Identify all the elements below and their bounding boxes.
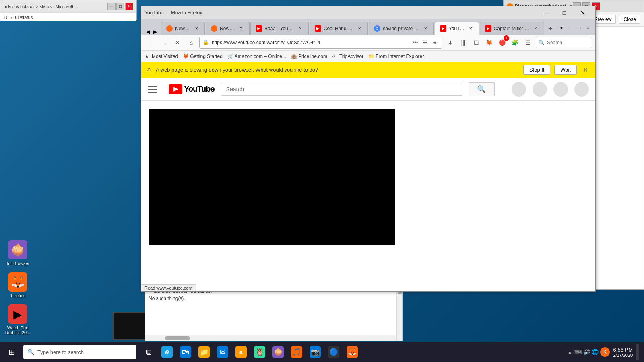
desktop-icon-watch[interactable]: ▶ Watch The Red Pill 20... (3, 303, 32, 337)
tab-scroll-left[interactable]: ◀ (144, 29, 151, 35)
firefox-account-btn[interactable]: 🦊 (483, 37, 495, 48)
blogger-close-btn2[interactable]: Close (619, 15, 640, 24)
reader-mode-btn[interactable]: ☰ (421, 39, 429, 47)
blogger-hscrollbar[interactable] (145, 335, 396, 341)
toolbar-addon-btn[interactable]: 🧩 (509, 37, 520, 48)
downloads-btn[interactable]: ⬇ (445, 37, 456, 48)
pocket-btn[interactable]: ||| (458, 37, 469, 48)
tab-list-btn[interactable]: ▼ (557, 23, 566, 33)
ie-icon: e (161, 346, 173, 358)
back-button[interactable]: ← (144, 37, 156, 48)
taskbar-search-bar[interactable]: 🔍 Type here to search (23, 345, 136, 359)
bookmark-amazon[interactable]: 🛒 Amazon.com – Online... (227, 53, 286, 59)
reload-button[interactable]: ✕ (172, 37, 183, 48)
tab-captain-miller[interactable]: ▶ Captain Miller - K... ✕ (480, 22, 544, 35)
tor-browser-icon: 🧅 (8, 240, 27, 259)
tab-baaa-youtube[interactable]: ▶ Baaa - YouTube ✕ (250, 22, 309, 35)
volume-icon[interactable]: 🔊 (583, 349, 590, 355)
window-close-tab[interactable]: ✕ (584, 23, 592, 33)
firefox-minimize-btn[interactable]: ─ (537, 6, 555, 19)
taskbar-onion[interactable]: 🧅 (269, 342, 287, 362)
taskbar-mail[interactable]: ✉ (213, 342, 232, 362)
youtube-header-right (512, 82, 589, 97)
synced-tabs-btn[interactable]: ☐ (471, 37, 482, 48)
tab-saving-close[interactable]: ✕ (422, 25, 429, 32)
mikrotik-titlebar: mikrotik hotspot > status - Microsoft ..… (0, 0, 136, 12)
warning-icon: ⚠ (146, 66, 152, 74)
network-icon[interactable]: 🌐 (592, 349, 599, 355)
url-more-btn[interactable]: ••• (411, 39, 419, 47)
url-text: https://www.youtube.com/watch?v=OqSg7WO4… (212, 40, 409, 45)
forward-button[interactable]: → (158, 37, 169, 48)
mikrotik-close-btn[interactable]: ✕ (125, 3, 133, 10)
bookmark-star-btn[interactable]: ★ (431, 39, 439, 47)
bookmark-priceline[interactable]: 🏨 Priceline.com (291, 53, 327, 59)
new-tab-button[interactable]: + (545, 23, 556, 35)
tab-youtube-close[interactable]: ✕ (467, 25, 474, 32)
taskbar-file-explorer[interactable]: 📁 (195, 342, 213, 362)
tab-cool-hand-luke[interactable]: ▶ Cool Hand Luke ✕ (310, 22, 368, 35)
tab-cool-hand-close[interactable]: ✕ (356, 25, 363, 32)
tab-new-1-close[interactable]: ✕ (193, 25, 200, 32)
tab-youtube[interactable]: ▶ YouTube ✕ (435, 22, 479, 35)
firefox-menu-btn[interactable]: ☰ (522, 37, 533, 48)
taskbar-tripadvisor[interactable]: 🦉 (250, 342, 269, 362)
tab-new-2[interactable]: New Tab ✕ (206, 22, 250, 35)
youtube-search-input[interactable] (221, 83, 462, 96)
blogger-hscroll-thumb[interactable] (165, 336, 190, 340)
bookmark-from-ie[interactable]: 📁 From Internet Explorer (368, 53, 424, 59)
window-restore-tab[interactable]: □ (575, 23, 583, 33)
mikrotik-minimize-btn[interactable]: ─ (107, 3, 116, 10)
window-minimize-tab[interactable]: ─ (566, 23, 574, 33)
other-icon: 🔵 (328, 346, 339, 358)
priceline-icon: 🏨 (291, 53, 297, 59)
tab-captain-close[interactable]: ✕ (533, 25, 539, 32)
bookmark-getting-started[interactable]: 🦊 Getting Started (183, 53, 223, 59)
taskbar-other[interactable]: 🔵 (324, 342, 343, 362)
tripadvisor-label: TripAdvisor (339, 53, 363, 59)
wait-button[interactable]: Wait (554, 65, 577, 75)
taskbar-task-view[interactable]: ⧉ (139, 342, 158, 362)
taskbar-amazon[interactable]: a (232, 342, 250, 362)
warning-close-btn[interactable]: ✕ (581, 65, 590, 75)
kaspersky-icon[interactable]: K (600, 347, 610, 357)
firefox-desktop-icon: 🦊 (8, 272, 27, 292)
home-button[interactable]: ⌂ (186, 37, 197, 48)
mail-icon: ✉ (217, 346, 228, 358)
windows-logo-icon: ⊞ (8, 347, 15, 357)
yt-circle-1 (512, 82, 526, 97)
tray-expand-icon[interactable]: ▲ (568, 350, 572, 354)
url-bar[interactable]: 🔒 https://www.youtube.com/watch?v=OqSg7W… (199, 37, 442, 49)
youtube-video-player[interactable] (149, 109, 395, 245)
taskbar-icons: ⧉ e 🛍 📁 ✉ a 🦉 🧅 🎵 (139, 342, 361, 362)
youtube-search-button[interactable]: 🔍 (469, 82, 495, 96)
mikrotik-maximize-btn[interactable]: □ (116, 3, 124, 10)
desktop-icon-tor[interactable]: 🧅 Tor Browser (3, 239, 32, 267)
tab-new-1[interactable]: New Tab ✕ (161, 22, 205, 35)
desktop-icon-firefox[interactable]: 🦊 Firefox (3, 271, 32, 300)
file-explorer-icon: 📁 (198, 346, 210, 358)
mikrotik-url-bar: 10.5.0.1/status (0, 12, 136, 21)
bookmark-tripadvisor[interactable]: ✈ TripAdvisor (332, 53, 363, 59)
tab-baaa-close[interactable]: ✕ (297, 25, 303, 32)
taskbar-photos[interactable]: 📷 (306, 342, 324, 362)
taskbar-store[interactable]: 🛍 (176, 342, 195, 362)
tab-new-2-close[interactable]: ✕ (238, 25, 244, 32)
taskbar-time: 6:56 PM (613, 347, 633, 353)
start-button[interactable]: ⊞ (2, 342, 22, 362)
firefox-close-btn[interactable]: ✕ (574, 6, 592, 19)
taskbar-firefox[interactable]: 🦊 (343, 342, 361, 362)
youtube-menu-button[interactable] (148, 82, 162, 97)
tab-saving-private[interactable]: G saving private rya... ✕ (369, 22, 434, 35)
show-desktop-btn[interactable] (636, 344, 639, 360)
stop-it-button[interactable]: Stop It (523, 65, 551, 75)
bookmark-most-visited[interactable]: ★ Most Visited (144, 53, 178, 59)
taskbar-ie[interactable]: e (158, 342, 176, 362)
youtube-logo[interactable]: YouTube (169, 84, 215, 94)
taskbar-winamp[interactable]: 🎵 (287, 342, 306, 362)
photos-icon: 📷 (310, 346, 321, 358)
tab-scroll-right[interactable]: ▶ (152, 29, 159, 35)
firefox-restore-btn[interactable]: □ (555, 6, 574, 19)
mikrotik-title: mikrotik hotspot > status - Microsoft ..… (4, 4, 107, 9)
search-bar[interactable]: 🔍 Search (536, 37, 592, 48)
